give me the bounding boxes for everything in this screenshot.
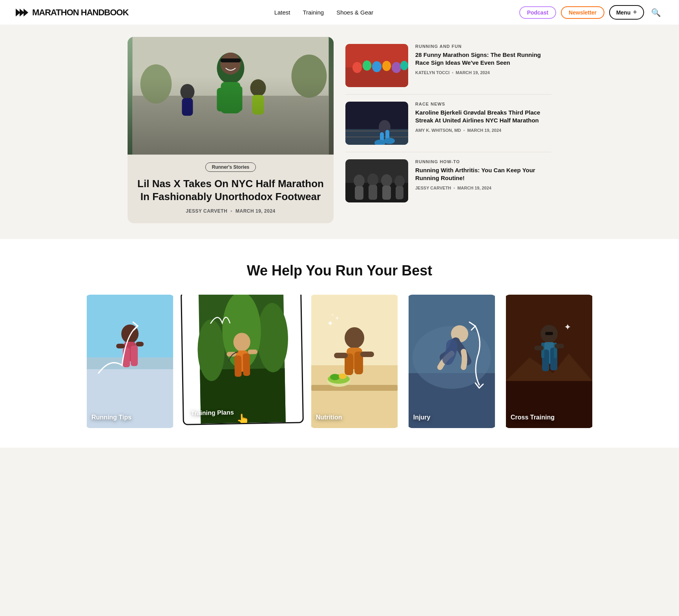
svg-text:✦: ✦	[564, 322, 571, 332]
svg-point-12	[181, 84, 195, 100]
svg-point-37	[381, 174, 392, 187]
meta-dot: •	[464, 128, 465, 133]
category-grid: Running Tips	[84, 295, 595, 440]
svg-point-19	[382, 61, 391, 71]
article-item[interactable]: RUNNING AND FUN 28 Funny Marathon Signs:…	[345, 37, 551, 95]
category-image-cross-training: ✦	[504, 295, 595, 428]
svg-point-20	[392, 62, 401, 73]
podcast-button[interactable]: Podcast	[519, 6, 556, 19]
svg-point-35	[367, 173, 378, 186]
category-label: Nutrition	[316, 414, 342, 421]
category-card-injury[interactable]: Injury	[406, 295, 497, 428]
article-category: RACE NEWS	[415, 102, 551, 106]
featured-article-title: Lil Nas X Takes On NYC Half Marathon In …	[137, 177, 324, 203]
svg-rect-84	[506, 381, 592, 428]
svg-rect-38	[382, 186, 391, 200]
svg-rect-11	[252, 95, 264, 115]
svg-point-74	[330, 374, 340, 380]
category-card-running-tips[interactable]: Running Tips	[84, 295, 175, 428]
category-image-running-tips	[84, 295, 175, 428]
svg-rect-40	[396, 186, 403, 199]
article-author: AMY K. WHITSON, MD	[415, 128, 461, 133]
nav-links: Latest Training Shoes & Gear	[274, 9, 374, 16]
hero-section: Runner's Stories Lil Nas X Takes On NYC …	[0, 25, 679, 239]
article-image-0	[345, 44, 408, 87]
category-image-nutrition: ✦ ✦ ✦	[309, 295, 400, 428]
menu-button[interactable]: Menu +	[609, 5, 644, 20]
logo-text: MARATHON HANDBOOK	[32, 7, 128, 18]
svg-rect-61	[248, 350, 257, 354]
nav-link-training[interactable]: Training	[303, 9, 324, 16]
article-title: 28 Funny Marathon Signs: The Best Runnin…	[415, 51, 551, 67]
svg-point-75	[339, 374, 347, 379]
article-thumbnail	[345, 44, 408, 87]
svg-rect-59	[243, 354, 250, 376]
featured-image-illustration	[128, 37, 334, 155]
svg-rect-1	[133, 96, 329, 155]
article-content: RACE NEWS Karoline Bjerkeli Grøvdal Brea…	[415, 102, 551, 133]
category-label: Injury	[413, 414, 431, 421]
article-title: Karoline Bjerkeli Grøvdal Breaks Third P…	[415, 109, 551, 125]
article-image-1	[345, 102, 408, 145]
svg-point-33	[354, 175, 365, 187]
menu-label: Menu	[616, 9, 631, 16]
site-logo[interactable]: MARATHON HANDBOOK	[16, 7, 128, 18]
svg-point-39	[394, 175, 405, 187]
featured-article-tag: Runner's Stories	[205, 162, 256, 172]
svg-text:✦: ✦	[327, 319, 334, 328]
cursor-icon: 👆	[236, 413, 250, 425]
menu-plus-icon: +	[633, 8, 637, 16]
article-content: RUNNING AND FUN 28 Funny Marathon Signs:…	[415, 44, 551, 75]
article-author: JESSY CARVETH	[415, 186, 451, 190]
svg-point-8	[221, 53, 241, 75]
article-category: RUNNING HOW-TO	[415, 159, 551, 164]
category-image-injury	[406, 295, 497, 428]
nav-link-shoes-gear[interactable]: Shoes & Gear	[336, 9, 373, 16]
svg-point-21	[400, 61, 408, 70]
svg-point-17	[363, 60, 371, 71]
svg-point-2	[141, 64, 172, 104]
featured-author: JESSY CARVETH	[186, 208, 227, 214]
svg-rect-7	[233, 86, 243, 111]
article-item[interactable]: RUNNING HOW-TO Running With Arthritis: Y…	[345, 152, 551, 210]
article-content: RUNNING HOW-TO Running With Arthritis: Y…	[415, 159, 551, 190]
svg-rect-9	[221, 58, 241, 62]
category-card-cross-training[interactable]: ✦ Cross Training	[504, 295, 595, 428]
nav-actions: Podcast Newsletter Menu + 🔍	[519, 5, 663, 20]
nav-link-latest[interactable]: Latest	[274, 9, 290, 16]
article-category: RUNNING AND FUN	[415, 44, 551, 49]
svg-rect-6	[217, 88, 227, 111]
category-card-training-plans[interactable]: Training Plans 👆	[181, 295, 304, 425]
featured-article-image	[128, 37, 334, 155]
svg-rect-49	[116, 344, 125, 348]
svg-rect-48	[131, 346, 138, 366]
meta-dot: •	[453, 186, 455, 190]
category-label: Training Plans	[191, 409, 234, 417]
svg-rect-58	[234, 355, 242, 377]
svg-rect-94	[545, 332, 553, 335]
svg-point-3	[292, 55, 327, 98]
svg-rect-47	[123, 348, 130, 367]
article-meta: AMY K. WHITSON, MD • MARCH 19, 2024	[415, 128, 551, 133]
search-icon: 🔍	[651, 8, 661, 17]
category-label: Cross Training	[511, 414, 555, 421]
newsletter-button[interactable]: Newsletter	[561, 6, 604, 19]
featured-article-card[interactable]: Runner's Stories Lil Nas X Takes On NYC …	[128, 37, 334, 223]
svg-rect-5	[221, 82, 241, 113]
featured-date: MARCH 19, 2024	[235, 208, 276, 214]
article-thumbnail	[345, 159, 408, 202]
svg-rect-36	[369, 185, 377, 200]
category-label: Running Tips	[91, 414, 131, 421]
svg-rect-65	[311, 385, 398, 391]
svg-rect-93	[555, 344, 564, 348]
article-meta: KATELYN TOCCI • MARCH 19, 2024	[415, 70, 551, 75]
search-button[interactable]: 🔍	[649, 5, 663, 20]
category-card-nutrition[interactable]: ✦ ✦ ✦ Nutrition	[309, 295, 400, 428]
article-item[interactable]: RACE NEWS Karoline Bjerkeli Grøvdal Brea…	[345, 95, 551, 152]
featured-article-meta: JESSY CARVETH • MARCH 19, 2024	[137, 208, 324, 214]
main-nav: MARATHON HANDBOOK Latest Training Shoes …	[0, 0, 679, 25]
meta-dot: •	[452, 70, 453, 75]
svg-rect-34	[355, 186, 363, 200]
article-author: KATELYN TOCCI	[415, 70, 449, 75]
svg-point-66	[345, 327, 364, 348]
